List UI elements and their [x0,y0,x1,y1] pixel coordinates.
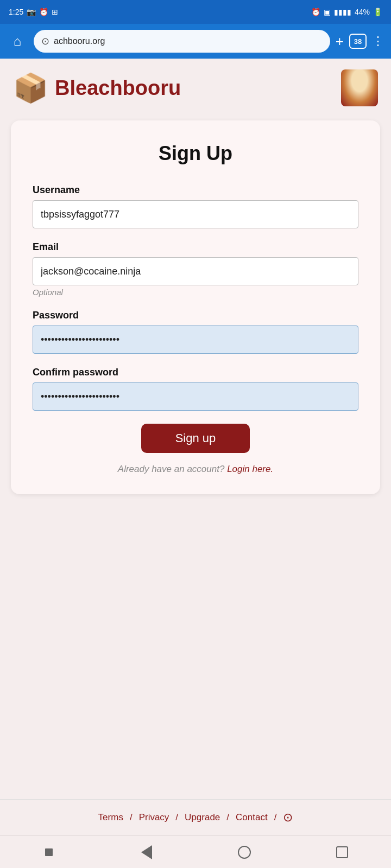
footer-sep-2: / [175,812,178,823]
clock-icon: ⏰ [311,8,320,16]
browser-actions: + 38 ⋮ [336,33,384,50]
site-header: 📦 Bleachbooru [0,59,391,112]
confirm-password-input[interactable] [33,382,358,411]
battery-icon: 🔋 [373,8,382,16]
stop-icon [45,848,53,856]
form-title: Sign Up [33,142,358,165]
password-input[interactable] [33,326,358,354]
signal-icon: ▮▮▮▮ [334,8,351,16]
url-icon: ⊙ [41,35,49,47]
footer-privacy-link[interactable]: Privacy [139,812,169,823]
site-logo-area: 📦 Bleachbooru [13,72,181,105]
status-time: 1:25 [9,8,23,16]
login-prompt-text: Already have an account? [118,464,225,474]
login-prompt-area: Already have an account? Login here. [33,464,358,475]
url-text: achbooru.org [54,36,105,46]
username-input[interactable] [33,200,358,228]
system-nav [0,835,391,868]
back-icon [141,845,152,859]
camera-icon: 📷 [27,8,36,16]
footer-terms-link[interactable]: Terms [98,812,123,823]
site-title: Bleachbooru [55,76,181,100]
username-group: Username [33,184,358,228]
footer-sep-3: / [226,812,229,823]
footer-contact-link[interactable]: Contact [236,812,268,823]
url-bar[interactable]: ⊙ achbooru.org [34,30,330,53]
home-icon [238,846,251,859]
password-label: Password [33,310,358,321]
site-logo-icon: 📦 [13,72,48,105]
battery-level: 44% [355,8,370,16]
avatar-image [341,69,378,106]
sim-icon: ▣ [324,8,331,16]
alarm-icon: ⏰ [39,8,48,16]
footer-sep-1: / [130,812,133,823]
nav-stop-button[interactable] [41,844,57,860]
login-link[interactable]: Login here. [227,464,273,474]
status-right: ⏰ ▣ ▮▮▮▮ 44% 🔋 [311,8,382,16]
site-avatar [341,69,378,106]
notification-icon: ⊞ [52,8,58,16]
email-input[interactable] [33,257,358,285]
browser-bar: ⌂ ⊙ achbooru.org + 38 ⋮ [0,24,391,59]
confirm-password-label: Confirm password [33,367,358,378]
nav-back-button[interactable] [138,844,155,860]
password-group: Password [33,310,358,354]
confirm-password-group: Confirm password [33,367,358,411]
recents-icon [336,846,348,858]
tab-count[interactable]: 38 [349,34,367,49]
status-bar: 1:25 📷 ⏰ ⊞ ⏰ ▣ ▮▮▮▮ 44% 🔋 [0,0,391,24]
email-group: Email Optional [33,241,358,297]
main-content: Sign Up Username Email Optional Password… [0,112,391,799]
signup-button[interactable]: Sign up [141,424,250,453]
github-icon[interactable]: ⊙ [283,810,293,825]
browser-menu-button[interactable]: ⋮ [372,34,384,48]
username-label: Username [33,184,358,196]
status-left: 1:25 📷 ⏰ ⊞ [9,8,58,16]
nav-recents-button[interactable] [334,844,350,860]
nav-home-button[interactable] [236,844,253,860]
email-label: Email [33,241,358,253]
home-button[interactable]: ⌂ [7,30,28,52]
footer-sep-4: / [274,812,277,823]
footer-upgrade-link[interactable]: Upgrade [185,812,220,823]
email-hint: Optional [33,288,358,297]
new-tab-button[interactable]: + [336,33,344,50]
signup-card: Sign Up Username Email Optional Password… [11,120,380,494]
site-footer: Terms / Privacy / Upgrade / Contact / ⊙ [0,799,391,835]
